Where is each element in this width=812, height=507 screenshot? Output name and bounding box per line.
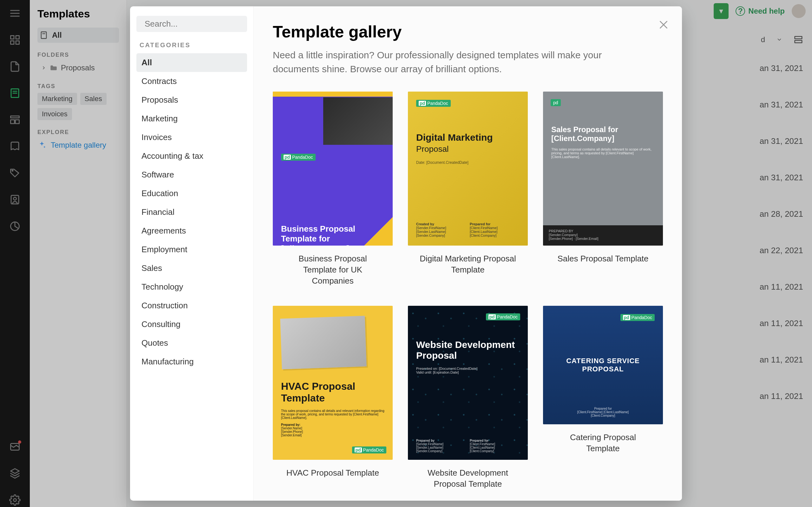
thumb-small-text: Prepared for[Client.FirstName] [Client.L…	[543, 407, 663, 417]
modal-sidebar: CATEGORIES AllContractsProposalsMarketin…	[130, 6, 254, 501]
category-item[interactable]: Education	[136, 184, 247, 203]
category-item[interactable]: Agreements	[136, 222, 247, 240]
template-grid: pdPandaDoc Business Proposal Template fo…	[273, 92, 663, 490]
template-title: Website Development Proposal Template	[417, 467, 519, 490]
brand-badge: pd	[551, 99, 561, 106]
thumb-small-text: Prepared by[Sender.FirstName] [Sender.La…	[416, 439, 519, 453]
template-thumbnail: pd Sales Proposal for [Client.Company] T…	[543, 92, 663, 245]
thumb-heading: Sales Proposal for [Client.Company]	[551, 125, 655, 143]
thumb-small-text: Created by[Sender.FirstName] [Sender.Las…	[416, 222, 519, 237]
category-item[interactable]: Accounting & tax	[136, 147, 247, 165]
template-card[interactable]: pdPandaDoc CATERING SERVICE PROPOSAL Pre…	[543, 306, 663, 490]
brand-badge: pdPandaDoc	[486, 314, 520, 320]
template-gallery-modal: CATEGORIES AllContractsProposalsMarketin…	[130, 6, 682, 501]
category-item[interactable]: Invoices	[136, 128, 247, 147]
template-card[interactable]: pdPandaDoc Digital MarketingProposal Dat…	[408, 92, 528, 287]
category-item[interactable]: All	[136, 53, 247, 72]
template-title: HVAC Proposal Template	[287, 467, 379, 478]
template-thumbnail: HVAC Proposal Template This sales propos…	[273, 306, 393, 460]
template-card[interactable]: pdPandaDoc Website Development Proposal …	[408, 306, 528, 490]
template-thumbnail: pdPandaDoc Business Proposal Template fo…	[273, 92, 393, 245]
category-item[interactable]: Quotes	[136, 334, 247, 352]
category-item[interactable]: Marketing	[136, 109, 247, 128]
categories-list: AllContractsProposalsMarketingInvoicesAc…	[136, 53, 247, 371]
thumb-heading: CATERING SERVICE PROPOSAL	[551, 357, 655, 373]
search-input[interactable]	[145, 19, 248, 29]
category-item[interactable]: Financial	[136, 203, 247, 222]
modal-overlay[interactable]: CATEGORIES AllContractsProposalsMarketin…	[0, 0, 812, 507]
search-field[interactable]	[136, 16, 247, 32]
template-title: Sales Proposal Template	[557, 253, 648, 264]
brand-badge: pdPandaDoc	[620, 314, 655, 321]
template-thumbnail: pdPandaDoc CATERING SERVICE PROPOSAL Pre…	[543, 306, 663, 424]
category-item[interactable]: Manufacturing	[136, 352, 247, 371]
category-item[interactable]: Software	[136, 165, 247, 184]
category-item[interactable]: Construction	[136, 296, 247, 315]
category-item[interactable]: Employment	[136, 240, 247, 259]
category-item[interactable]: Contracts	[136, 72, 247, 91]
template-title: Business Proposal Template for UK Compan…	[282, 253, 384, 286]
template-card[interactable]: pd Sales Proposal for [Client.Company] T…	[543, 92, 663, 287]
thumb-heading: Digital MarketingProposal	[416, 132, 519, 154]
thumb-heading: HVAC Proposal Template	[281, 381, 385, 404]
category-item[interactable]: Consulting	[136, 315, 247, 334]
category-item[interactable]: Technology	[136, 278, 247, 296]
modal-title: Template gallery	[273, 22, 663, 41]
categories-heading: CATEGORIES	[140, 42, 244, 49]
template-title: Catering Proposal Template	[552, 432, 654, 454]
modal-content: Template gallery Need a little inspirati…	[254, 6, 682, 501]
template-thumbnail: pdPandaDoc Website Development Proposal …	[408, 306, 528, 460]
template-card[interactable]: HVAC Proposal Template This sales propos…	[273, 306, 393, 490]
modal-subtitle: Need a little inspiration? Our professio…	[273, 48, 609, 76]
close-button[interactable]	[658, 19, 669, 32]
template-card[interactable]: pdPandaDoc Business Proposal Template fo…	[273, 92, 393, 287]
template-title: Digital Marketing Proposal Template	[417, 253, 519, 275]
brand-badge: pdPandaDoc	[416, 100, 451, 107]
thumb-small-text: PREPARED BY[Sender.Company][Sender.Phone…	[543, 225, 663, 245]
category-item[interactable]: Proposals	[136, 91, 247, 109]
template-thumbnail: pdPandaDoc Digital MarketingProposal Dat…	[408, 92, 528, 245]
brand-badge: pdPandaDoc	[352, 447, 387, 453]
brand-badge: pdPandaDoc	[281, 154, 316, 161]
thumb-heading: Website Development Proposal	[416, 339, 519, 361]
category-item[interactable]: Sales	[136, 259, 247, 278]
thumb-small-text: This sales proposal contains all details…	[281, 409, 385, 437]
